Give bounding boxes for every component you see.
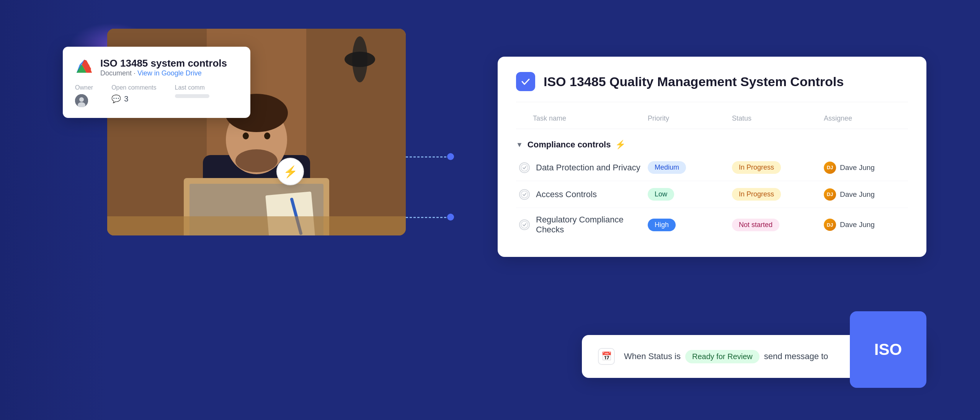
drive-card: ISO 13485 system controls Document · Vie… xyxy=(63,47,250,118)
status-badge-1: In Progress xyxy=(732,161,781,174)
priority-badge-2: Low xyxy=(648,188,674,201)
assignee-1: DJ Dave Jung xyxy=(824,162,908,174)
task-card-title: ISO 13485 Quality Management System Cont… xyxy=(544,74,844,89)
status-badge-2: In Progress xyxy=(732,188,781,201)
priority-2: Low xyxy=(648,188,732,201)
status-badge-3: Not started xyxy=(732,219,779,231)
task-name-1: Data Protection and Privacy xyxy=(519,162,648,173)
col-task-name: Task name xyxy=(533,114,648,123)
comment-bubble-icon: 💬 xyxy=(111,94,121,103)
svg-point-38 xyxy=(521,191,528,198)
status-3: Not started xyxy=(732,219,824,231)
assignee-name-2: Dave Jung xyxy=(840,190,875,199)
owner-avatar xyxy=(75,94,88,107)
drive-card-header: ISO 13485 system controls Document · Vie… xyxy=(75,57,238,77)
svg-point-39 xyxy=(521,221,528,228)
drive-card-title: ISO 13485 system controls xyxy=(100,57,227,69)
chevron-down-icon: ▼ xyxy=(516,141,523,149)
assignee-avatar-3: DJ xyxy=(824,219,836,231)
owner-label: Owner xyxy=(75,84,93,91)
iso-label: ISO xyxy=(874,340,902,359)
section-header: ▼ Compliance controls ⚡ xyxy=(516,132,908,154)
priority-badge-3: High xyxy=(648,219,676,231)
task-check-icon xyxy=(516,72,535,91)
priority-3: High xyxy=(648,219,732,231)
google-drive-icon xyxy=(75,58,93,77)
svg-point-13 xyxy=(243,132,249,139)
owner-section: Owner xyxy=(75,84,93,107)
automation-text: When Status is Ready for Review send mes… xyxy=(624,350,828,363)
comments-count-display: 💬 3 xyxy=(111,94,156,103)
last-comment-bar xyxy=(175,94,209,98)
priority-1: Medium xyxy=(648,161,732,174)
lightning-icon: ⚡ xyxy=(283,165,297,178)
last-comment-label: Last comm xyxy=(175,84,209,91)
table-row: Access Controls Low In Progress DJ Dave … xyxy=(516,181,908,208)
assignee-avatar-1: DJ xyxy=(824,162,836,174)
assignee-2: DJ Dave Jung xyxy=(824,188,908,201)
comments-count: 3 xyxy=(124,95,128,103)
col-assignee: Assignee xyxy=(824,114,908,123)
last-comment-section: Last comm xyxy=(175,84,209,107)
table-row: Regulatory Compliance Checks High Not st… xyxy=(516,208,908,242)
svg-point-12 xyxy=(235,149,278,172)
status-2: In Progress xyxy=(732,188,824,201)
table-header: Task name Priority Status Assignee xyxy=(516,114,908,129)
table-row: Data Protection and Privacy Medium In Pr… xyxy=(516,154,908,181)
connector-dot-2 xyxy=(447,214,454,221)
connector-dot-1 xyxy=(447,153,454,160)
iso-box: ISO xyxy=(850,311,926,388)
assignee-name-3: Dave Jung xyxy=(840,221,875,229)
assignee-name-1: Dave Jung xyxy=(840,163,875,172)
task-card-header: ISO 13485 Quality Management System Cont… xyxy=(516,72,908,102)
col-priority: Priority xyxy=(648,114,732,123)
priority-badge-1: Medium xyxy=(648,161,686,174)
main-container: ⚡ xyxy=(0,0,980,420)
lightning-button[interactable]: ⚡ xyxy=(276,158,304,185)
automation-text-before: When Status is xyxy=(624,351,681,361)
calendar-icon: 📅 xyxy=(598,348,615,365)
task-check-3[interactable] xyxy=(519,219,530,230)
assignee-3: DJ Dave Jung xyxy=(824,219,908,231)
drive-card-meta: Owner Open comments 💬 3 Last comm xyxy=(75,84,238,107)
task-name-3: Regulatory Compliance Checks xyxy=(519,215,648,235)
assignee-avatar-2: DJ xyxy=(824,188,836,201)
drive-doc-type: Document · xyxy=(100,69,137,77)
svg-point-7 xyxy=(345,52,375,67)
comments-label: Open comments xyxy=(111,84,156,91)
task-card: ISO 13485 Quality Management System Cont… xyxy=(498,57,926,257)
task-check-1[interactable] xyxy=(519,162,530,173)
svg-rect-19 xyxy=(107,216,406,235)
drive-card-subtitle: Document · View in Google Drive xyxy=(100,69,227,77)
section-label: Compliance controls xyxy=(528,140,611,150)
automation-status-badge: Ready for Review xyxy=(685,350,760,363)
svg-point-34 xyxy=(79,97,84,102)
status-1: In Progress xyxy=(732,161,824,174)
task-name-2: Access Controls xyxy=(519,189,648,200)
svg-point-14 xyxy=(264,132,270,139)
col-status: Status xyxy=(732,114,824,123)
task-check-2[interactable] xyxy=(519,189,530,200)
drive-card-title-group: ISO 13485 system controls Document · Vie… xyxy=(100,57,227,77)
section-lightning-icon: ⚡ xyxy=(615,140,626,150)
comments-section: Open comments 💬 3 xyxy=(111,84,156,107)
svg-point-37 xyxy=(521,164,528,171)
automation-text-after: send message to xyxy=(764,351,828,361)
drive-view-link[interactable]: View in Google Drive xyxy=(137,69,202,77)
